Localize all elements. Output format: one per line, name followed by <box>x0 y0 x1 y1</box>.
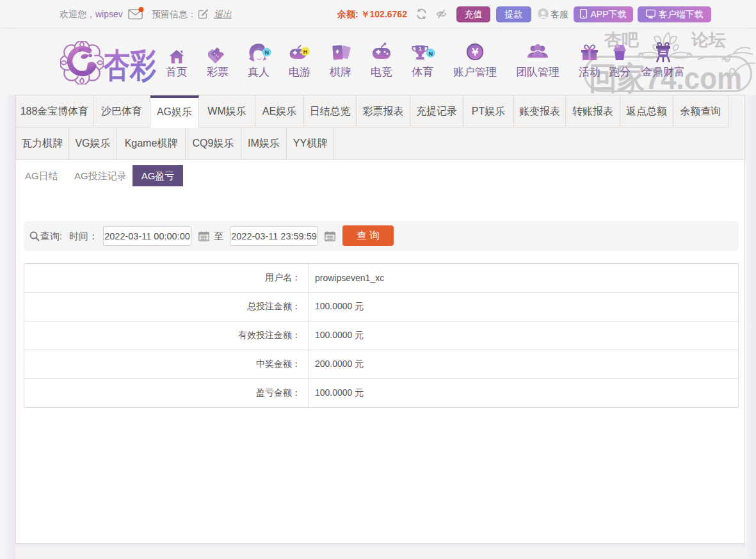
svg-text:论坛: 论坛 <box>691 30 726 49</box>
svg-text:1: 1 <box>419 46 422 52</box>
svg-text:￥: ￥ <box>470 46 481 58</box>
svg-text:H: H <box>303 49 308 55</box>
svg-text:N: N <box>428 51 433 57</box>
svg-text:N: N <box>264 49 269 56</box>
